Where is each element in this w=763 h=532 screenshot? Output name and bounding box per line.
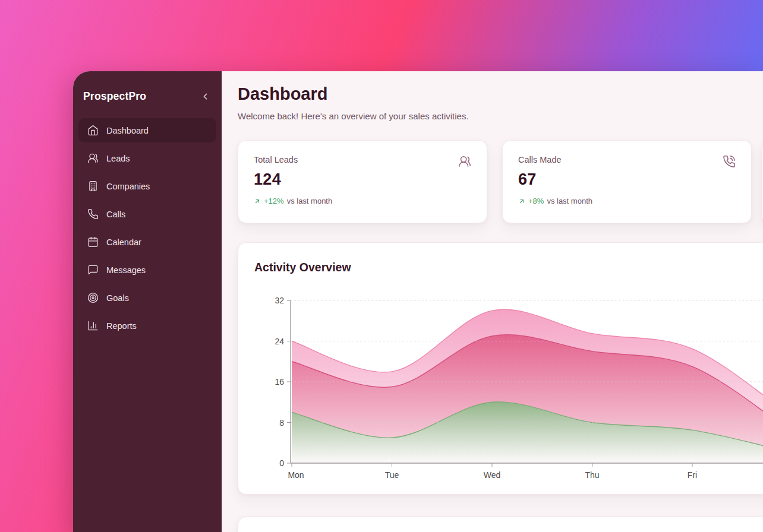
stats-row: Total Leads124+12%vs last monthCalls Mad… [238,140,752,223]
stat-card-calls-made: Calls Made67+8%vs last month [502,140,752,223]
svg-text:32: 32 [275,296,284,305]
svg-text:Fri: Fri [688,470,697,480]
svg-text:0: 0 [279,458,284,468]
users-icon [458,155,471,170]
sidebar-item-leads[interactable]: Leads [78,146,216,170]
sidebar-item-label: Goals [106,293,129,303]
page-subtitle: Welcome back! Here's an overview of your… [238,111,469,121]
chart-title: Activity Overview [254,261,351,274]
stat-trend: +8%vs last month [518,197,736,205]
app-window: ProspectPro DashboardLeadsCompaniesCalls… [73,71,763,532]
stat-value: 124 [254,170,471,189]
activity-chart: 08162432MonTueWedThuFriSat [238,280,763,487]
svg-text:16: 16 [275,377,284,387]
svg-text:8: 8 [279,418,284,428]
sidebar-item-label: Companies [106,182,150,191]
sidebar-item-calendar[interactable]: Calendar [78,230,216,254]
sidebar-item-companies[interactable]: Companies [78,174,216,198]
calendar-icon [87,236,99,248]
sidebar-item-label: Leads [106,154,130,163]
trend-suffix: vs last month [547,197,592,205]
sidebar-item-label: Calls [106,210,125,219]
trend-up-icon [518,198,525,205]
trend-value: +8% [528,197,544,205]
stat-label: Total Leads [254,155,471,164]
trend-up-icon [254,198,261,205]
desktop-background: { "background": { "gradient": ["#f05fc2"… [0,0,763,532]
sidebar-item-goals[interactable]: Goals [78,286,216,310]
sidebar-header: ProspectPro [78,71,216,118]
sidebar-item-reports[interactable]: Reports [78,314,216,338]
page-title: Dashboard [238,84,327,104]
svg-text:Tue: Tue [385,470,399,480]
stat-label: Calls Made [518,155,736,164]
svg-text:24: 24 [275,337,284,346]
brand-logo: ProspectPro [83,90,146,103]
sidebar-item-dashboard[interactable]: Dashboard [78,118,216,142]
stat-card-total-leads: Total Leads124+12%vs last month [238,140,487,223]
svg-text:Thu: Thu [585,470,599,480]
bottom-card-partial [238,517,763,532]
users-icon [87,153,99,164]
bar-chart-icon [87,320,99,331]
sidebar-item-label: Dashboard [106,126,149,135]
target-icon [87,292,99,303]
sidebar-collapse-button[interactable] [199,90,212,103]
svg-text:Wed: Wed [484,470,501,480]
chevron-left-icon [200,91,210,102]
main-content: Dashboard Welcome back! Here's an overvi… [222,71,763,532]
home-icon [87,125,99,136]
phone-call-icon [723,155,736,170]
sidebar-item-calls[interactable]: Calls [78,202,216,226]
sidebar-item-label: Messages [106,265,146,275]
sidebar: ProspectPro DashboardLeadsCompaniesCalls… [73,71,222,532]
stat-value: 67 [518,170,736,189]
building-icon [87,180,99,192]
sidebar-item-label: Reports [106,321,137,331]
trend-suffix: vs last month [287,197,333,205]
trend-value: +12% [264,197,284,205]
message-icon [87,264,99,276]
activity-overview-card: Activity Overview 08162432MonTueWedThuFr… [238,242,763,495]
phone-icon [87,208,99,220]
svg-text:Mon: Mon [288,470,304,480]
sidebar-item-messages[interactable]: Messages [78,258,216,282]
stat-trend: +12%vs last month [254,197,471,205]
sidebar-nav: DashboardLeadsCompaniesCallsCalendarMess… [78,118,216,338]
sidebar-item-label: Calendar [106,238,141,247]
